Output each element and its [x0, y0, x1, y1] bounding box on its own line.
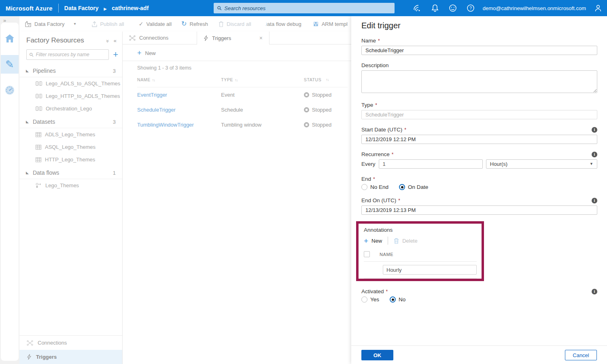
dataset-icon — [36, 145, 41, 150]
refresh-label: Refresh — [190, 21, 208, 27]
nav-monitor[interactable] — [1, 81, 19, 99]
notifications-bell-icon[interactable] — [426, 0, 444, 16]
filter-search-icon: ⚲ — [28, 51, 35, 58]
data-factory-menu[interactable]: Data Factory ▾ — [25, 21, 76, 27]
radio-activated-no[interactable]: No — [390, 296, 405, 303]
end-radio-group: No End On Date — [361, 184, 597, 190]
arm-template-label: ARM templ — [322, 21, 348, 27]
breadcrumb-factory[interactable]: cathrinew-adf — [112, 5, 149, 11]
nav-home[interactable] — [1, 29, 19, 48]
cancel-button[interactable]: Cancel — [565, 350, 597, 360]
type-field — [361, 110, 597, 119]
tree-section-dataflows[interactable]: ◣ Data flows 1 — [19, 166, 122, 179]
recurrence-unit-select[interactable]: Hour(s) ▼ — [486, 159, 597, 169]
panel-footer: OK Cancel — [351, 345, 607, 364]
end-on-field[interactable] — [361, 205, 597, 215]
tab-connections[interactable]: Connections — [123, 32, 197, 44]
validate-all-button[interactable]: ✓ Validate all — [139, 21, 172, 27]
footer-item-triggers[interactable]: Triggers — [19, 350, 122, 364]
tab-triggers[interactable]: Triggers × — [197, 32, 270, 44]
arm-template-menu[interactable]: ARM templ — [313, 21, 348, 27]
footer-item-connections[interactable]: Connections — [19, 336, 122, 350]
tree-item-dataset[interactable]: ADLS_Lego_Themes — [19, 128, 122, 141]
pipeline-icon — [36, 94, 42, 98]
nav-author[interactable]: ✎ — [1, 55, 19, 74]
trigger-row: EventTrigger Event Stopped — [137, 87, 348, 102]
global-search[interactable]: ⚲ — [214, 3, 395, 13]
info-icon[interactable]: i — [592, 198, 597, 203]
refresh-button[interactable]: ↻ Refresh — [181, 21, 208, 27]
recurrence-interval-field[interactable] — [379, 159, 483, 169]
azure-brand[interactable]: Microsoft Azure — [6, 5, 53, 12]
trigger-name-link[interactable]: ScheduleTrigger — [137, 107, 221, 113]
account-person-icon[interactable] — [589, 0, 607, 16]
tree-item-dataflow[interactable]: Lego_Themes — [19, 179, 122, 192]
publish-all-label: Publish all — [100, 21, 124, 27]
close-tab-icon[interactable]: × — [259, 35, 263, 41]
publish-all-button[interactable]: Publish all — [92, 21, 124, 27]
column-header-status[interactable]: STATUS↑↓ — [304, 77, 348, 82]
breadcrumb-app[interactable]: Data Factory — [64, 5, 99, 11]
factory-resources-title: Factory Resources — [26, 36, 102, 44]
annotations-label: Annotations — [364, 227, 477, 233]
radio-on-date[interactable]: On Date — [399, 184, 428, 190]
tree-item-label: ADLS_Lego_Themes — [45, 131, 95, 138]
end-on-label-row: End On (UTC)* i — [361, 197, 597, 203]
arm-template-icon — [313, 21, 319, 27]
trigger-name-link[interactable]: EventTrigger — [137, 92, 221, 98]
ok-button[interactable]: OK — [361, 350, 393, 360]
annotation-value-field[interactable] — [383, 265, 477, 275]
recurrence-label: Recurrence — [361, 151, 390, 157]
radio-label: Yes — [370, 296, 379, 303]
recurrence-row: Every Hour(s) ▼ — [361, 159, 597, 169]
panel-title: Edit trigger — [361, 16, 597, 30]
feedback-smiley-icon[interactable] — [444, 0, 462, 16]
tree-section-datasets[interactable]: ◣ Datasets 3 — [19, 115, 122, 128]
column-header-type[interactable]: TYPE↑↓ — [221, 77, 304, 82]
trigger-name-link[interactable]: TumblingWindowTrigger — [137, 122, 221, 128]
info-icon[interactable]: i — [592, 289, 597, 294]
resource-filter-input[interactable] — [36, 52, 106, 57]
info-icon[interactable]: i — [592, 127, 597, 133]
tree-item-pipeline[interactable]: Lego_ADLS_to_ASQL_Themes — [19, 77, 122, 90]
annotations-column-name: NAME — [380, 252, 393, 257]
items-count-text: Showing 1 - 3 of 3 items — [123, 61, 351, 72]
stopped-status-icon — [304, 92, 309, 97]
help-icon[interactable]: ? — [462, 0, 480, 16]
info-icon[interactable]: i — [592, 152, 597, 157]
footer-item-label: Triggers — [36, 354, 57, 360]
radio-no-end[interactable]: No End — [361, 184, 388, 190]
lightning-icon — [27, 354, 32, 360]
connections-icon — [129, 35, 136, 41]
left-nav-inner: ✎ — [1, 23, 19, 361]
annotation-delete-button[interactable]: Delete — [394, 238, 418, 244]
tree-item-label: Lego_ADLS_to_ASQL_Themes — [46, 80, 120, 87]
search-input[interactable] — [224, 5, 391, 11]
column-header-name[interactable]: NAME↑↓ — [137, 77, 221, 82]
annotation-row — [364, 262, 477, 279]
collapse-panel-icon[interactable]: « — [114, 38, 117, 44]
collapse-all-icon[interactable]: » — [107, 38, 109, 44]
radio-activated-yes[interactable]: Yes — [361, 296, 379, 303]
tree-item-dataset[interactable]: HTTP_Lego_Themes — [19, 153, 122, 166]
name-field[interactable] — [361, 46, 597, 55]
new-trigger-button[interactable]: + New — [123, 44, 351, 61]
type-label: Type — [361, 102, 373, 108]
connection-status-icon[interactable] — [408, 0, 426, 16]
search-icon: ⚲ — [216, 4, 223, 11]
end-label: End — [361, 176, 371, 182]
tree-item-pipeline[interactable]: Lego_HTTP_to_ADLS_Themes — [19, 90, 122, 102]
resource-filter[interactable]: ⚲ — [26, 49, 109, 60]
tree-item-dataset[interactable]: ASQL_Lego_Themes — [19, 141, 122, 153]
start-date-field[interactable] — [361, 135, 597, 144]
user-email[interactable]: demo@cathrinewilhelmsen.onmicrosoft.com — [480, 5, 589, 11]
description-field[interactable] — [361, 70, 597, 93]
home-icon — [4, 34, 15, 43]
annotation-new-button[interactable]: + New — [364, 237, 382, 245]
tree-section-pipelines[interactable]: ◣ Pipelines 3 — [19, 64, 122, 77]
add-resource-button[interactable]: + — [113, 50, 118, 59]
discard-all-button[interactable]: Discard all — [219, 21, 251, 27]
select-all-checkbox[interactable] — [364, 251, 370, 257]
tree-item-pipeline[interactable]: Orchestration_Lego — [19, 102, 122, 115]
footer-item-label: Connections — [38, 340, 67, 346]
